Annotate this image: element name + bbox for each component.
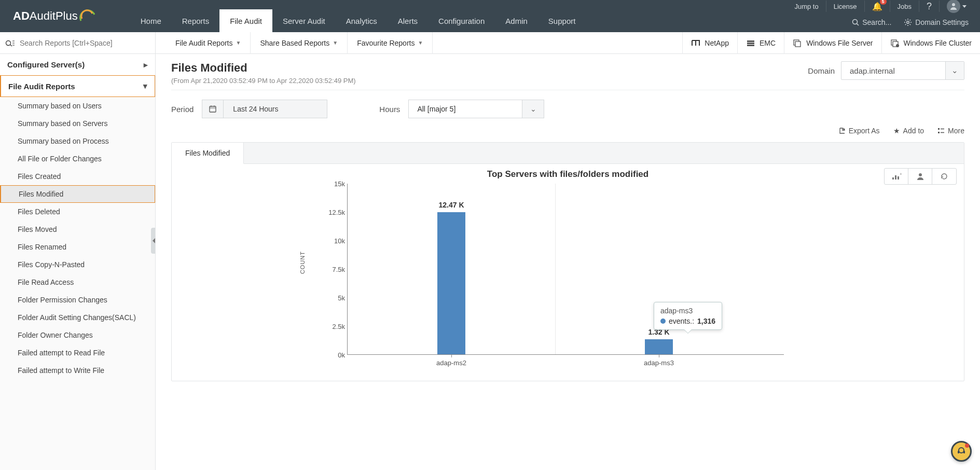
help-floating-button[interactable] — [951, 441, 972, 462]
svg-point-1 — [853, 20, 858, 24]
sidebar-collapse-handle[interactable] — [151, 228, 156, 254]
main-tab-analytics[interactable]: Analytics — [336, 9, 388, 32]
sec-tab-file-audit-reports[interactable]: File Audit Reports▼ — [166, 32, 251, 54]
main-tab-file-audit[interactable]: File Audit — [219, 9, 272, 32]
svg-rect-17 — [210, 106, 216, 112]
main-tab-alerts[interactable]: Alerts — [388, 9, 428, 32]
ytick: 2.5k — [332, 323, 345, 330]
chart-title: Top Servers with files/folders modified — [182, 169, 954, 179]
tooltip-dot-icon — [660, 319, 666, 324]
more-button[interactable]: More — [937, 127, 964, 135]
chevron-down-icon: ▼ — [418, 40, 423, 46]
svg-rect-31 — [958, 451, 959, 453]
chart-tab-files-modified[interactable]: Files Modified — [172, 143, 244, 164]
windows-file-cluster-icon — [890, 39, 900, 47]
secondary-tabs: File Audit Reports▼Share Based Reports▼F… — [156, 32, 682, 53]
tooltip-value: 1,316 — [697, 317, 715, 325]
sidebar-item-summary-based-on-users[interactable]: Summary based on Users — [0, 97, 155, 115]
main-tab-server-audit[interactable]: Server Audit — [272, 9, 336, 32]
svg-point-4 — [6, 40, 11, 45]
sec-link-windows-file-cluster[interactable]: Windows File Cluster — [881, 32, 980, 54]
domain-settings-button[interactable]: Domain Settings — [900, 16, 973, 29]
domain-selector-wrap: Domain adap.internal ⌄ — [808, 61, 964, 80]
chart-plot[interactable]: adap-ms212.47 Kadap-ms31.32 Kadap-ms3eve… — [347, 184, 784, 355]
jobs-link[interactable]: Jobs — [890, 1, 919, 12]
search-icon — [852, 19, 859, 26]
main-tab-admin[interactable]: Admin — [495, 9, 538, 32]
svg-rect-10 — [747, 43, 754, 44]
domain-select[interactable]: adap.internal ⌄ — [841, 61, 964, 80]
main-content: Files Modified (From Apr 21,2020 03:52:4… — [156, 54, 980, 470]
sec-link-netapp[interactable]: NetApp — [682, 32, 737, 54]
sidebar-item-folder-permission-changes[interactable]: Folder Permission Changes — [0, 291, 155, 309]
chart-add-view-button[interactable]: + — [885, 169, 908, 184]
sidebar-item-file-read-access[interactable]: File Read Access — [0, 273, 155, 291]
sidebar-item-files-renamed[interactable]: Files Renamed — [0, 238, 155, 256]
chart-bar[interactable]: 1.32 K — [645, 339, 673, 354]
svg-rect-22 — [938, 132, 940, 133]
sidebar-item-files-moved[interactable]: Files Moved — [0, 220, 155, 238]
chart-panel: Files Modified + Top Servers with files/… — [171, 142, 964, 381]
ytick: 12.5k — [328, 209, 345, 216]
report-search-input[interactable] — [20, 39, 150, 47]
sidebar-item-files-modified[interactable]: Files Modified — [0, 185, 155, 203]
chart-refresh-button[interactable] — [932, 169, 956, 184]
sidebar-item-failed-attempt-to-write-file[interactable]: Failed attempt to Write File — [0, 362, 155, 379]
sec-tab-share-based-reports[interactable]: Share Based Reports▼ — [251, 32, 348, 54]
domain-select-toggle[interactable]: ⌄ — [945, 62, 964, 79]
chart-user-button[interactable] — [908, 169, 932, 184]
ytick: 10k — [334, 237, 345, 245]
add-to-button[interactable]: ★ Add to — [893, 127, 924, 135]
sidebar-item-summary-based-on-process[interactable]: Summary based on Process — [0, 132, 155, 150]
logo: ADAudit Plus — [0, 0, 109, 32]
main-tab-support[interactable]: Support — [538, 9, 586, 32]
hours-select[interactable]: All [major 5] ⌄ — [408, 100, 544, 118]
user-menu-button[interactable] — [940, 1, 974, 12]
main-tab-reports[interactable]: Reports — [172, 9, 220, 32]
notif-count-badge: 5 — [880, 0, 887, 5]
top-links: Jump to License 🔔5 Jobs ? — [787, 0, 980, 12]
filter-row: Period Last 24 Hours Hours All [major 5]… — [171, 90, 964, 123]
license-link[interactable]: License — [826, 1, 865, 12]
help-link[interactable]: ? — [919, 1, 940, 12]
jump-to-link[interactable]: Jump to — [787, 1, 826, 12]
action-row: Export As ★ Add to More — [171, 123, 964, 142]
secondary-right-links: NetAppEMCWindows File ServerWindows File… — [682, 32, 980, 53]
main-nav: HomeReportsFile AuditServer AuditAnalyti… — [130, 0, 586, 32]
period-value[interactable]: Last 24 Hours — [224, 100, 327, 118]
sec-link-emc[interactable]: EMC — [737, 32, 784, 54]
sidebar-item-files-created[interactable]: Files Created — [0, 168, 155, 185]
sidebar-item-all-file-or-folder-changes[interactable]: All File or Folder Changes — [0, 150, 155, 168]
sidebar-item-failed-attempt-to-read-file[interactable]: Failed attempt to Read File — [0, 344, 155, 362]
sec-link-label: Windows File Cluster — [904, 39, 972, 47]
period-calendar-button[interactable] — [202, 100, 224, 118]
export-icon — [838, 127, 846, 134]
page-date-range: (From Apr 21,2020 03:52:49 PM to Apr 22,… — [171, 77, 356, 85]
top-tools: Search... Domain Settings — [848, 12, 980, 32]
main-tab-home[interactable]: Home — [130, 9, 172, 32]
sidebar-section-file-audit-reports[interactable]: File Audit Reports ▾ — [0, 75, 155, 97]
chart-bar[interactable]: 12.47 K — [437, 212, 465, 354]
sec-tab-favourite-reports[interactable]: Favourite Reports▼ — [348, 32, 433, 54]
sidebar-configured-servers[interactable]: Configured Server(s) ▸ — [0, 54, 155, 76]
sidebar-item-folder-owner-changes[interactable]: Folder Owner Changes — [0, 326, 155, 344]
emc-icon — [746, 39, 755, 47]
more-icon — [937, 127, 945, 134]
svg-rect-13 — [795, 42, 800, 47]
netapp-icon — [691, 39, 700, 47]
global-search-button[interactable]: Search... — [848, 16, 895, 29]
svg-point-29 — [919, 173, 922, 176]
domain-select-value: adap.internal — [841, 62, 945, 79]
sidebar-item-files-deleted[interactable]: Files Deleted — [0, 203, 155, 220]
svg-point-30 — [959, 448, 964, 453]
sec-link-windows-file-server[interactable]: Windows File Server — [784, 32, 881, 54]
notifications-button[interactable]: 🔔5 — [865, 1, 890, 12]
main-tab-configuration[interactable]: Configuration — [428, 9, 495, 32]
sidebar-item-summary-based-on-servers[interactable]: Summary based on Servers — [0, 115, 155, 132]
sidebar-item-files-copy-n-pasted[interactable]: Files Copy-N-Pasted — [0, 256, 155, 273]
hours-select-toggle[interactable]: ⌄ — [522, 100, 544, 118]
avatar-icon — [947, 0, 960, 13]
sidebar-item-folder-audit-setting-changes-sacl-[interactable]: Folder Audit Setting Changes(SACL) — [0, 309, 155, 326]
export-as-button[interactable]: Export As — [838, 127, 880, 135]
svg-line-5 — [10, 45, 12, 46]
